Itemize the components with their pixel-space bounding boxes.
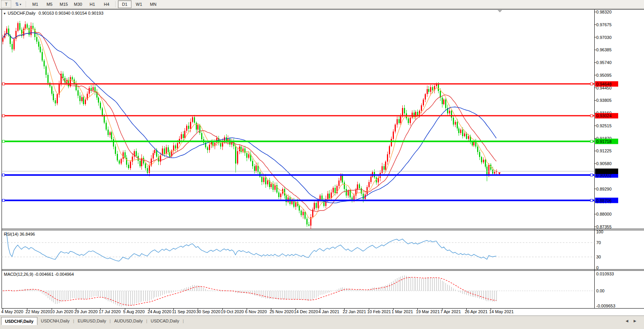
- candle-body: [92, 87, 94, 90]
- price-tick-label: 0.90580: [596, 161, 612, 166]
- candle-body: [449, 111, 450, 113]
- rsi-indicator-label: RSI(14) 36.8496: [4, 232, 35, 236]
- candle-body: [184, 131, 185, 138]
- date-tick-label: 4 May 2020: [1, 309, 23, 314]
- tab-scroll-left-icon[interactable]: ◀: [626, 319, 628, 323]
- candle-body: [299, 206, 300, 211]
- date-tick-label: 14 Dec 2020: [294, 309, 318, 314]
- price-axis[interactable]: 0.983200.976750.970300.963850.957400.950…: [595, 10, 619, 229]
- candle-body: [397, 119, 398, 125]
- candle-body: [472, 142, 473, 145]
- candle-body: [408, 118, 409, 123]
- candle-body: [79, 96, 81, 101]
- candle-body: [457, 122, 458, 128]
- candle-body: [417, 112, 418, 115]
- candle-body: [442, 98, 443, 104]
- candle-body: [455, 122, 456, 125]
- candle-body: [331, 192, 332, 198]
- candle-body: [295, 202, 296, 207]
- chart-tab-audusd[interactable]: AUDUSD,Daily: [111, 317, 146, 324]
- hline-handle[interactable]: [2, 83, 5, 85]
- horizontal-lines-layer: [2, 83, 595, 202]
- hline-handle[interactable]: [2, 115, 5, 117]
- candle-body: [301, 211, 302, 215]
- candle-body: [316, 203, 317, 208]
- hline-handle[interactable]: [590, 115, 593, 117]
- candle-body: [267, 181, 268, 184]
- candle-body: [400, 116, 401, 123]
- candle-body: [104, 115, 105, 123]
- candle-body: [410, 118, 411, 123]
- date-tick-label: 10 Feb 2021: [367, 309, 391, 314]
- candle-body: [272, 184, 274, 190]
- candle-body: [2, 38, 3, 42]
- candle-body: [342, 176, 343, 182]
- candle-body: [464, 133, 465, 136]
- candle-body: [306, 219, 308, 224]
- chart-title: ▼USDCHF,Daily0.90163 0.90340 0.90154 0.9…: [3, 11, 103, 15]
- candle-body: [314, 203, 315, 209]
- candle-body: [428, 89, 429, 92]
- rsi-axis-label: 30: [596, 255, 601, 259]
- hline-handle[interactable]: [590, 83, 593, 85]
- candle-body: [335, 188, 336, 193]
- candle-body: [62, 74, 64, 78]
- candle-body: [359, 184, 360, 188]
- candle-body: [124, 152, 126, 158]
- price-tick-label: 0.95095: [596, 73, 612, 78]
- hline-handle[interactable]: [590, 199, 593, 202]
- hline-handle[interactable]: [2, 140, 5, 143]
- candle-body: [265, 177, 266, 184]
- candle-body: [220, 143, 221, 147]
- rsi-axis-label: 100: [596, 229, 603, 234]
- date-tick-label: 5 Aug 2020: [123, 309, 145, 314]
- candle-body: [445, 100, 446, 108]
- hline-handle[interactable]: [590, 140, 593, 143]
- candle-body: [415, 112, 416, 117]
- price-tick-label: 0.92515: [596, 123, 612, 128]
- scroll-to-end-marker-icon[interactable]: [498, 10, 502, 12]
- price-chart[interactable]: 0.983200.976750.970300.963850.957400.950…: [0, 0, 644, 316]
- candle-body: [383, 166, 385, 170]
- hline-handle[interactable]: [2, 174, 5, 176]
- candle-body: [117, 154, 118, 160]
- candle-body: [149, 165, 150, 172]
- candle-body: [173, 145, 174, 151]
- price-tick-label: 0.91225: [596, 148, 612, 153]
- candle-body: [76, 84, 77, 91]
- candle-body: [485, 160, 486, 167]
- candle-body: [51, 86, 52, 94]
- chart-tab-usdchf[interactable]: USDCHF,Daily: [1, 317, 37, 325]
- candle-body: [248, 154, 249, 158]
- candle-body: [344, 182, 345, 189]
- chart-tab-usdcnh[interactable]: USDCNH,Daily: [37, 317, 73, 324]
- candle-body: [6, 29, 7, 34]
- chart-tab-eurusd[interactable]: EURUSD,Daily: [74, 317, 109, 324]
- candle-body: [181, 134, 182, 139]
- candle-body: [256, 165, 257, 170]
- candle-body: [25, 24, 26, 29]
- hline-handle[interactable]: [590, 174, 593, 176]
- chart-tab-usdcad[interactable]: USDCAD,Daily: [147, 317, 183, 324]
- date-tick-label: 1 Mar 2021: [392, 309, 413, 314]
- macd-axis-label: 0.00: [596, 289, 604, 293]
- candle-body: [207, 147, 208, 150]
- candle-body: [453, 118, 454, 124]
- candle-body: [17, 23, 18, 31]
- candle-body: [38, 42, 39, 47]
- price-tick-label: 0.97675: [596, 22, 612, 27]
- date-axis[interactable]: 4 May 202022 May 202010 Jun 202029 Jun 2…: [1, 309, 514, 314]
- candle-body: [340, 176, 341, 181]
- candle-body: [423, 100, 424, 105]
- date-tick-label: 7 Apr 2021: [441, 309, 461, 314]
- candle-body: [483, 160, 484, 162]
- candle-body: [109, 132, 111, 135]
- date-tick-label: 4 Jan 2021: [318, 309, 339, 314]
- tab-scroll-right-icon[interactable]: ▶: [634, 319, 636, 323]
- hline-handle[interactable]: [2, 199, 5, 202]
- candle-body: [370, 177, 372, 182]
- candle-body: [399, 119, 400, 123]
- candle-body: [261, 177, 262, 182]
- candle-body: [166, 147, 167, 154]
- candle-body: [47, 75, 49, 83]
